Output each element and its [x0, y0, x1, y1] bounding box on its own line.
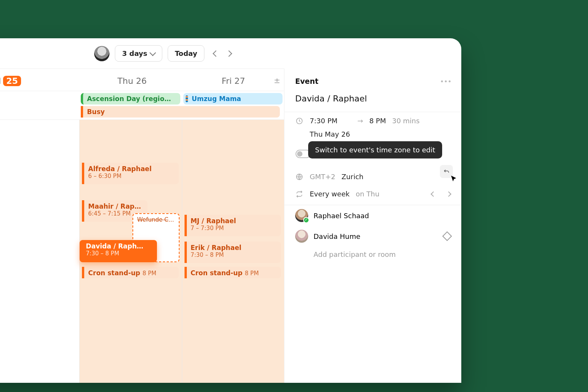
participant-davida[interactable]: Davida Hume [284, 226, 461, 247]
prev-arrow-icon[interactable] [213, 50, 219, 57]
tz-offset: GMT+2 [310, 173, 335, 181]
tz-city: Zurich [341, 173, 363, 181]
recur-main: Every week [310, 190, 350, 198]
range-label: 3 days [122, 49, 147, 57]
next-arrow-icon[interactable] [226, 50, 232, 57]
avatar-davida [295, 230, 308, 243]
event-mj[interactable]: MJ / Raphael 7 – 7:30 PM [185, 215, 281, 236]
arrow-right-icon: → [358, 117, 363, 125]
avatar-raphael [295, 209, 308, 222]
grid-col-thu: Alfreda / Raphael 6 – 6:30 PM Maahir / R… [79, 120, 181, 383]
start-time: 7:30 PM [310, 117, 338, 125]
accepted-check-icon [303, 217, 309, 223]
today-button[interactable]: Today [168, 45, 204, 62]
recur-prev-icon[interactable] [431, 191, 436, 196]
repeat-icon [295, 190, 304, 198]
selected-day-badge: 25 [3, 76, 21, 86]
user-avatar[interactable] [94, 46, 109, 61]
content-area: Wed 25 Thu 26 Fri 27 ± Ascension Day (re… [0, 69, 461, 383]
recur-nav [431, 192, 451, 196]
recur-next-icon[interactable] [446, 191, 451, 196]
timezone-tooltip: Switch to event's time zone to edit [308, 141, 442, 158]
participant-raphael[interactable]: Raphael Schaad [284, 205, 461, 226]
time-grid[interactable]: 0 PM stand-up 8 PM Alfreda / Raphael 6 –… [0, 120, 284, 383]
day-header-fri[interactable]: Fri 27 [183, 69, 284, 90]
time-row[interactable]: 7:30 PM → 8 PM 30 mins [284, 112, 461, 129]
recurrence-row[interactable]: Every week on Thu [284, 185, 461, 203]
day-header-wed[interactable]: Wed 25 [0, 69, 82, 91]
end-time: 8 PM [369, 117, 386, 125]
cursor-icon [450, 175, 457, 183]
recur-sub: on Thu [356, 190, 379, 198]
panel-header: Event [284, 69, 461, 88]
grid-col-wed: 0 PM stand-up 8 PM [0, 120, 79, 383]
duration: 30 mins [392, 117, 420, 125]
allday-event-busy[interactable]: Busy [81, 106, 279, 118]
globe-icon [295, 173, 304, 181]
timezone-row[interactable]: GMT+2 Zurich [284, 163, 461, 185]
app-window: 3 days Today Wed 25 Thu 26 Fri 27 ± [0, 38, 461, 383]
more-menu-icon[interactable] [441, 80, 451, 82]
event-erik[interactable]: Erik / Raphael 7:30 – 8 PM [185, 242, 281, 263]
allday-event-umzug[interactable]: Umzug Mama [183, 93, 283, 105]
event-date: Thu May 26 [310, 130, 350, 138]
participant-name: Raphael Schaad [314, 212, 369, 220]
status-diamond-icon [442, 231, 452, 241]
event-standup-fri[interactable]: Cron stand-up 8 PM [185, 267, 281, 278]
day-header-thu[interactable]: Thu 26 [82, 69, 183, 90]
date-row[interactable]: Thu May 26 [284, 129, 461, 143]
allday-row: Ascension Day (regio… Busy Umzug Mama [0, 91, 284, 120]
timezone-toggle-icon[interactable]: ± [274, 76, 280, 85]
panel-header-label: Event [295, 77, 318, 85]
toolbar: 3 days Today [0, 38, 461, 69]
nav-arrows [214, 51, 231, 56]
allday-event-ascension[interactable]: Ascension Day (regio… [81, 93, 180, 105]
event-panel: Event Davida / Raphael 7:30 PM → 8 PM 30… [284, 69, 461, 383]
allday-toggle-row[interactable]: Switch to event's time zone to edit [284, 143, 461, 163]
clock-icon [295, 117, 304, 125]
chevron-down-icon [149, 49, 156, 56]
grid-col-fri: MJ / Raphael 7 – 7:30 PM Erik / Raphael … [182, 120, 284, 383]
event-title[interactable]: Davida / Raphael [284, 88, 461, 112]
participant-name: Davida Hume [314, 232, 360, 240]
allday-wed [0, 91, 79, 119]
event-standup-thu[interactable]: Cron stand-up 8 PM [82, 267, 178, 278]
event-davida-selected[interactable]: Davida / Raph… 7:30 – 8 PM [80, 240, 157, 262]
add-participant-input[interactable]: Add participant or room [284, 247, 461, 262]
allday-thu: Ascension Day (regio… Busy [79, 91, 181, 119]
day-header-row: Wed 25 Thu 26 Fri 27 ± [0, 69, 284, 91]
range-dropdown[interactable]: 3 days [115, 45, 162, 62]
calendar: Wed 25 Thu 26 Fri 27 ± Ascension Day (re… [0, 69, 284, 383]
event-alfreda[interactable]: Alfreda / Raphael 6 – 6:30 PM [82, 163, 178, 184]
